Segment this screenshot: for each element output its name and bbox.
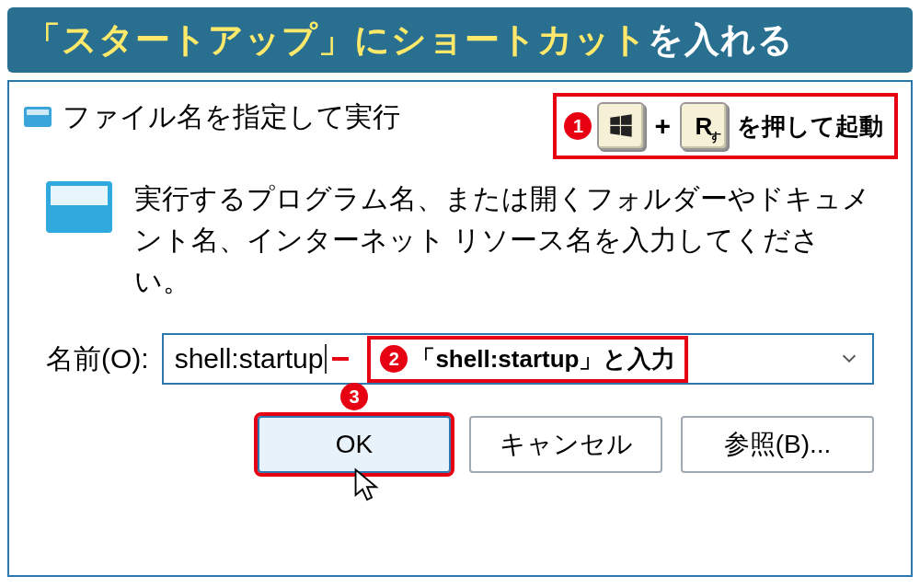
input-label: 名前(O): [46,340,149,378]
step1-callout: 1 + R す を押して起動 [553,93,898,159]
svg-marker-4 [356,470,377,501]
text-caret [325,344,327,374]
button-row: 3 OK キャンセル 参照(B)... [9,407,911,482]
dialog-description: 実行するプログラム名、または開くフォルダーやドキュメント名、インターネット リソ… [134,178,874,302]
svg-marker-0 [611,116,621,125]
cancel-button[interactable]: キャンセル [469,416,662,473]
dialog-title: ファイル名を指定して実行 [63,98,400,136]
step2-badge: 2 [380,345,408,373]
step2-text: 「shell:startup」と入力 [411,343,675,375]
r-key-icon: R す [680,102,728,150]
run-input-combobox[interactable]: shell:startup 2 「shell:startup」と入力 [162,333,874,385]
step2-callout: 2 「shell:startup」と入力 [367,336,688,383]
run-dialog-title-icon [24,107,52,127]
windows-key-icon [597,102,645,150]
r-key-sub: す [709,129,721,145]
step1-badge: 1 [564,112,592,140]
step3-badge: 3 [340,383,368,410]
svg-marker-2 [611,126,621,135]
run-dialog: ファイル名を指定して実行 1 + R す を押して起動 実行するプログラム名、ま… [7,80,913,577]
svg-marker-1 [621,114,632,125]
svg-marker-3 [621,126,632,137]
banner-tail-text: を入れる [648,20,794,59]
step3-wrap: 3 OK [258,416,451,473]
chevron-down-icon[interactable] [839,343,859,375]
mouse-cursor-icon [351,467,381,508]
step2-connector [332,357,349,361]
step1-text: を押して起動 [737,110,883,143]
run-input-value: shell:startup [175,343,324,375]
instruction-banner: 「スタートアップ」にショートカットを入れる [7,7,913,73]
dialog-body: 実行するプログラム名、または開くフォルダーやドキュメント名、インターネット リソ… [9,141,911,311]
input-row: 名前(O): shell:startup 2 「shell:startup」と入… [9,311,911,407]
browse-button[interactable]: 参照(B)... [681,416,874,473]
plus-sign: + [650,110,674,142]
banner-accent-text: 「スタートアップ」にショートカット [26,20,648,59]
ok-button[interactable]: OK [258,416,451,473]
run-body-icon [46,181,112,233]
